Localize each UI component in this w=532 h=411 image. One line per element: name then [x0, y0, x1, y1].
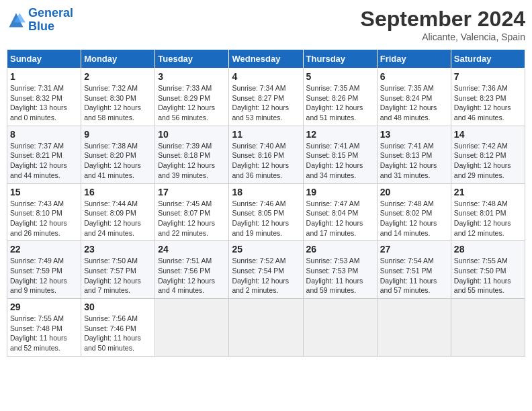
logo-text: General Blue: [28, 7, 73, 34]
calendar-cell: 19Sunrise: 7:47 AMSunset: 8:04 PMDayligh…: [303, 183, 377, 241]
day-info: Sunrise: 7:55 AMSunset: 7:50 PMDaylight:…: [454, 256, 522, 295]
title-block: September 2024 Alicante, Valencia, Spain: [361, 7, 525, 42]
calendar-week-4: 22Sunrise: 7:49 AMSunset: 7:59 PMDayligh…: [7, 241, 525, 299]
day-number: 17: [158, 187, 226, 197]
calendar-cell: 30Sunrise: 7:56 AMSunset: 7:46 PMDayligh…: [81, 299, 155, 357]
calendar-cell: 27Sunrise: 7:54 AMSunset: 7:51 PMDayligh…: [377, 241, 451, 299]
logo-icon: [7, 11, 26, 30]
day-number: 10: [158, 129, 226, 140]
day-info: Sunrise: 7:43 AMSunset: 8:10 PMDaylight:…: [10, 199, 78, 238]
day-info: Sunrise: 7:35 AMSunset: 8:26 PMDaylight:…: [306, 83, 374, 123]
day-info: Sunrise: 7:53 AMSunset: 7:53 PMDaylight:…: [306, 256, 374, 295]
weekday-header-wednesday: Wednesday: [229, 50, 303, 68]
calendar-cell: [451, 299, 525, 357]
day-info: Sunrise: 7:49 AMSunset: 7:59 PMDaylight:…: [10, 256, 78, 295]
calendar-table: SundayMondayTuesdayWednesdayThursdayFrid…: [7, 49, 525, 357]
day-info: Sunrise: 7:47 AMSunset: 8:04 PMDaylight:…: [306, 199, 374, 238]
day-number: 3: [158, 71, 226, 82]
day-number: 1: [10, 71, 78, 82]
day-info: Sunrise: 7:48 AMSunset: 8:01 PMDaylight:…: [454, 199, 522, 238]
calendar-week-3: 15Sunrise: 7:43 AMSunset: 8:10 PMDayligh…: [7, 183, 525, 241]
day-number: 15: [10, 187, 78, 197]
day-number: 8: [10, 129, 78, 140]
day-info: Sunrise: 7:41 AMSunset: 8:15 PMDaylight:…: [306, 141, 374, 181]
weekday-header-monday: Monday: [81, 50, 155, 68]
day-info: Sunrise: 7:54 AMSunset: 7:51 PMDaylight:…: [380, 256, 448, 295]
day-number: 12: [306, 129, 374, 140]
day-info: Sunrise: 7:55 AMSunset: 7:48 PMDaylight:…: [10, 314, 78, 353]
calendar-cell: 2Sunrise: 7:32 AMSunset: 8:30 PMDaylight…: [81, 68, 155, 126]
day-number: 2: [84, 71, 152, 82]
day-info: Sunrise: 7:46 AMSunset: 8:05 PMDaylight:…: [232, 199, 300, 238]
calendar-cell: 3Sunrise: 7:33 AMSunset: 8:29 PMDaylight…: [155, 68, 229, 126]
calendar-cell: 20Sunrise: 7:48 AMSunset: 8:02 PMDayligh…: [377, 183, 451, 241]
calendar-cell: 5Sunrise: 7:35 AMSunset: 8:26 PMDaylight…: [303, 68, 377, 126]
calendar-week-1: 1Sunrise: 7:31 AMSunset: 8:32 PMDaylight…: [7, 68, 525, 126]
calendar-cell: 4Sunrise: 7:34 AMSunset: 8:27 PMDaylight…: [229, 68, 303, 126]
calendar-cell: 9Sunrise: 7:38 AMSunset: 8:20 PMDaylight…: [81, 126, 155, 183]
calendar-cell: 28Sunrise: 7:55 AMSunset: 7:50 PMDayligh…: [451, 241, 525, 299]
day-info: Sunrise: 7:42 AMSunset: 8:12 PMDaylight:…: [454, 141, 522, 181]
logo: General Blue: [7, 7, 73, 34]
weekday-header-friday: Friday: [377, 50, 451, 68]
day-info: Sunrise: 7:33 AMSunset: 8:29 PMDaylight:…: [158, 83, 226, 123]
calendar-cell: 8Sunrise: 7:37 AMSunset: 8:21 PMDaylight…: [7, 126, 81, 183]
weekday-header-tuesday: Tuesday: [155, 50, 229, 68]
day-info: Sunrise: 7:31 AMSunset: 8:32 PMDaylight:…: [10, 83, 78, 123]
month-title: September 2024: [361, 7, 525, 32]
calendar-cell: 10Sunrise: 7:39 AMSunset: 8:18 PMDayligh…: [155, 126, 229, 183]
calendar-cell: 29Sunrise: 7:55 AMSunset: 7:48 PMDayligh…: [7, 299, 81, 357]
calendar-cell: [229, 299, 303, 357]
calendar-cell: 12Sunrise: 7:41 AMSunset: 8:15 PMDayligh…: [303, 126, 377, 183]
calendar-week-2: 8Sunrise: 7:37 AMSunset: 8:21 PMDaylight…: [7, 126, 525, 183]
day-number: 14: [454, 129, 522, 140]
calendar-cell: [155, 299, 229, 357]
day-number: 9: [84, 129, 152, 140]
day-number: 25: [232, 244, 300, 255]
calendar-cell: 24Sunrise: 7:51 AMSunset: 7:56 PMDayligh…: [155, 241, 229, 299]
calendar-cell: 18Sunrise: 7:46 AMSunset: 8:05 PMDayligh…: [229, 183, 303, 241]
day-info: Sunrise: 7:50 AMSunset: 7:57 PMDaylight:…: [84, 256, 152, 295]
day-number: 21: [454, 187, 522, 197]
day-info: Sunrise: 7:32 AMSunset: 8:30 PMDaylight:…: [84, 83, 152, 123]
day-number: 16: [84, 187, 152, 197]
day-number: 19: [306, 187, 374, 197]
location-subtitle: Alicante, Valencia, Spain: [361, 32, 525, 42]
day-info: Sunrise: 7:44 AMSunset: 8:09 PMDaylight:…: [84, 199, 152, 238]
day-number: 20: [380, 187, 448, 197]
calendar-cell: 1Sunrise: 7:31 AMSunset: 8:32 PMDaylight…: [7, 68, 81, 126]
calendar-week-5: 29Sunrise: 7:55 AMSunset: 7:48 PMDayligh…: [7, 299, 525, 357]
day-number: 4: [232, 71, 300, 82]
day-info: Sunrise: 7:39 AMSunset: 8:18 PMDaylight:…: [158, 141, 226, 181]
calendar-cell: 26Sunrise: 7:53 AMSunset: 7:53 PMDayligh…: [303, 241, 377, 299]
day-info: Sunrise: 7:51 AMSunset: 7:56 PMDaylight:…: [158, 256, 226, 295]
day-number: 5: [306, 71, 374, 82]
calendar-cell: 25Sunrise: 7:52 AMSunset: 7:54 PMDayligh…: [229, 241, 303, 299]
day-number: 7: [454, 71, 522, 82]
calendar-cell: 21Sunrise: 7:48 AMSunset: 8:01 PMDayligh…: [451, 183, 525, 241]
day-info: Sunrise: 7:37 AMSunset: 8:21 PMDaylight:…: [10, 141, 78, 181]
weekday-header-sunday: Sunday: [7, 50, 81, 68]
day-number: 24: [158, 244, 226, 255]
calendar-cell: 11Sunrise: 7:40 AMSunset: 8:16 PMDayligh…: [229, 126, 303, 183]
weekday-header-saturday: Saturday: [451, 50, 525, 68]
calendar-cell: [303, 299, 377, 357]
weekday-header-thursday: Thursday: [303, 50, 377, 68]
day-number: 30: [84, 302, 152, 312]
day-number: 13: [380, 129, 448, 140]
calendar-cell: 23Sunrise: 7:50 AMSunset: 7:57 PMDayligh…: [81, 241, 155, 299]
day-number: 18: [232, 187, 300, 197]
logo-blue: Blue: [28, 19, 54, 33]
weekday-header-row: SundayMondayTuesdayWednesdayThursdayFrid…: [7, 50, 525, 68]
calendar-cell: 15Sunrise: 7:43 AMSunset: 8:10 PMDayligh…: [7, 183, 81, 241]
day-number: 29: [10, 302, 78, 312]
day-info: Sunrise: 7:40 AMSunset: 8:16 PMDaylight:…: [232, 141, 300, 181]
day-number: 23: [84, 244, 152, 255]
logo-general: General: [28, 6, 73, 19]
day-number: 11: [232, 129, 300, 140]
day-info: Sunrise: 7:35 AMSunset: 8:24 PMDaylight:…: [380, 83, 448, 123]
calendar-cell: 17Sunrise: 7:45 AMSunset: 8:07 PMDayligh…: [155, 183, 229, 241]
calendar-cell: 7Sunrise: 7:36 AMSunset: 8:23 PMDaylight…: [451, 68, 525, 126]
day-number: 28: [454, 244, 522, 255]
calendar-cell: 16Sunrise: 7:44 AMSunset: 8:09 PMDayligh…: [81, 183, 155, 241]
